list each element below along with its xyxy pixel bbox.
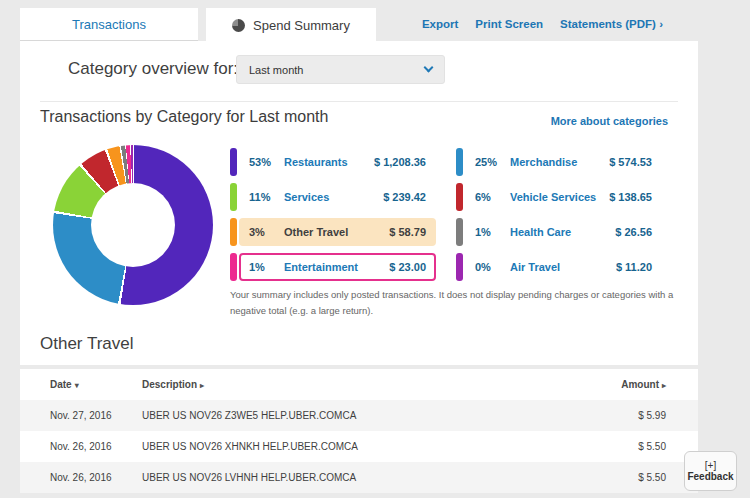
category-name: Air Travel [510, 261, 616, 273]
period-dropdown-value: Last month [249, 64, 303, 76]
category-percent: 1% [475, 226, 510, 238]
category-percent: 6% [475, 191, 510, 203]
category-percent: 0% [475, 261, 510, 273]
category-amount: $ 58.79 [389, 226, 426, 238]
sort-desc-icon: ▾ [75, 381, 79, 390]
category-name: Merchandise [510, 156, 609, 168]
chevron-right-icon: › [659, 18, 663, 30]
category-name: Services [284, 191, 383, 203]
category-legend-row[interactable]: 1% Health Care $ 26.56 [456, 218, 662, 246]
statements-link[interactable]: Statements (PDF) › [560, 18, 663, 30]
spend-summary-panel: Category overview for: Last month Transa… [20, 41, 698, 365]
category-percent: 53% [249, 156, 284, 168]
transaction-amount: $ 5.50 [578, 441, 698, 452]
category-name: Vehicle Services [510, 191, 609, 203]
feedback-label: Feedback [687, 471, 733, 482]
more-about-categories-link[interactable]: More about categories [551, 115, 668, 127]
table-body: Nov. 27, 2016 UBER US NOV26 Z3WE5 HELP.U… [20, 400, 698, 493]
category-color-bar [230, 253, 237, 281]
category-amount: $ 138.65 [609, 191, 652, 203]
category-overview-label: Category overview for: [68, 59, 238, 79]
category-color-bar [456, 183, 463, 211]
spend-donut-chart[interactable] [53, 145, 213, 305]
transaction-row: Nov. 26, 2016 UBER US NOV26 XHNKH HELP.U… [20, 431, 698, 462]
category-name: Health Care [510, 226, 615, 238]
summary-disclaimer: Your summary includes only posted transa… [230, 287, 676, 319]
column-header-date[interactable]: Date▾ [20, 379, 142, 390]
category-legend: 53% Restaurants $ 1,208.36 11% Services … [230, 148, 662, 288]
category-legend-row[interactable]: 1% Entertainment $ 23.00 [230, 253, 436, 281]
transaction-description: UBER US NOV26 Z3WE5 HELP.UBER.COMCA [142, 410, 578, 421]
category-amount: $ 574.53 [609, 156, 652, 168]
category-percent: 11% [249, 191, 284, 203]
transaction-description: UBER US NOV26 XHNKH HELP.UBER.COMCA [142, 441, 578, 452]
period-dropdown[interactable]: Last month [236, 55, 445, 84]
category-legend-row[interactable]: 6% Vehicle Services $ 138.65 [456, 183, 662, 211]
transaction-date: Nov. 26, 2016 [20, 472, 142, 483]
tab-spend-summary[interactable]: Spend Summary [206, 8, 376, 42]
category-color-bar [456, 148, 463, 176]
category-amount: $ 26.56 [615, 226, 652, 238]
transaction-amount: $ 5.99 [578, 410, 698, 421]
section-title: Transactions by Category for Last month [40, 108, 328, 126]
category-legend-row[interactable]: 53% Restaurants $ 1,208.36 [230, 148, 436, 176]
print-screen-link[interactable]: Print Screen [475, 18, 543, 30]
detail-section-title: Other Travel [40, 334, 134, 354]
column-header-amount[interactable]: Amount▸ [578, 379, 698, 390]
category-legend-row[interactable]: 11% Services $ 239.42 [230, 183, 436, 211]
category-color-bar [456, 218, 463, 246]
feedback-plus-icon: [+] [705, 460, 716, 471]
tab-transactions-label: Transactions [72, 17, 146, 32]
sort-icon: ▸ [200, 381, 204, 390]
header-links: Export Print Screen Statements (PDF) › [422, 18, 663, 30]
pie-chart-icon [232, 19, 245, 32]
table-header-row: Date▾ Description▸ Amount▸ [20, 369, 698, 400]
category-legend-row[interactable]: 0% Air Travel $ 11.20 [456, 253, 662, 281]
category-color-bar [230, 148, 237, 176]
transaction-amount: $ 5.50 [578, 472, 698, 483]
category-amount: $ 11.20 [616, 261, 652, 273]
transaction-row: Nov. 27, 2016 UBER US NOV26 Z3WE5 HELP.U… [20, 400, 698, 431]
category-amount: $ 23.00 [389, 261, 426, 273]
transaction-row: Nov. 26, 2016 UBER US NOV26 LVHNH HELP.U… [20, 462, 698, 493]
category-amount: $ 1,208.36 [374, 156, 426, 168]
detail-table-panel: Date▾ Description▸ Amount▸ Nov. 27, 2016… [20, 369, 698, 493]
donut-hole [91, 183, 175, 267]
category-percent: 3% [249, 226, 284, 238]
category-name: Other Travel [284, 226, 389, 238]
category-name: Entertainment [284, 261, 389, 273]
category-percent: 25% [475, 156, 510, 168]
sort-icon: ▸ [662, 381, 666, 390]
legend-column-left: 53% Restaurants $ 1,208.36 11% Services … [230, 148, 436, 288]
transaction-date: Nov. 27, 2016 [20, 410, 142, 421]
category-legend-row[interactable]: 3% Other Travel $ 58.79 [230, 218, 436, 246]
transaction-description: UBER US NOV26 LVHNH HELP.UBER.COMCA [142, 472, 578, 483]
legend-column-right: 25% Merchandise $ 574.53 6% Vehicle Serv… [456, 148, 662, 288]
category-color-bar [230, 218, 237, 246]
category-color-bar [230, 183, 237, 211]
category-percent: 1% [249, 261, 284, 273]
category-legend-row[interactable]: 25% Merchandise $ 574.53 [456, 148, 662, 176]
tab-spend-summary-label: Spend Summary [253, 18, 350, 33]
transaction-date: Nov. 26, 2016 [20, 441, 142, 452]
category-name: Restaurants [284, 156, 374, 168]
export-link[interactable]: Export [422, 18, 458, 30]
chevron-down-icon [424, 63, 434, 73]
column-header-description[interactable]: Description▸ [142, 379, 578, 390]
feedback-button[interactable]: [+] Feedback [684, 451, 737, 491]
tab-transactions[interactable]: Transactions [20, 8, 198, 41]
divider [40, 101, 678, 102]
category-color-bar [456, 253, 463, 281]
category-amount: $ 239.42 [383, 191, 426, 203]
